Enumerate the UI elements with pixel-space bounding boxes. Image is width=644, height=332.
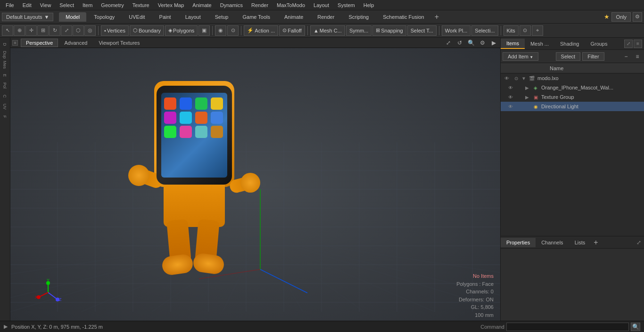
menu-dynamics[interactable]: Dynamics [216, 1, 247, 9]
sidebar-item-e[interactable]: E [0, 71, 9, 80]
add-tab-button[interactable]: + [432, 13, 442, 21]
tree-item-mesh[interactable]: 👁 ▶ ◈ Orange_IPhone_Mascot_Wal... [501, 83, 644, 92]
vp-tab-textures[interactable]: Viewport Textures [93, 39, 145, 47]
vr-icon[interactable]: ⊙ [520, 25, 531, 36]
scale-icon[interactable]: ⤢ [61, 25, 72, 36]
viewport-menu-icon[interactable]: ≡ [12, 40, 18, 46]
tab-channels[interactable]: Channels [536, 238, 569, 247]
tab-properties[interactable]: Properties [501, 238, 536, 247]
only-button[interactable]: Only [611, 12, 631, 22]
tab-schematic[interactable]: Schematic Fusion [376, 12, 430, 22]
expand-icon[interactable]: ▶ [525, 95, 532, 100]
expand-icon[interactable]: ▶ [525, 85, 532, 90]
vis2-icon[interactable] [516, 93, 524, 101]
element-icon[interactable]: ⬡ [73, 25, 84, 36]
menu-item[interactable]: Item [79, 1, 96, 9]
action-button[interactable]: ⚡ Action ... [244, 25, 278, 36]
items-settings-icon[interactable]: ≡ [633, 52, 642, 61]
snapping-button[interactable]: ⊞ Snapping [372, 25, 406, 36]
polygons-button[interactable]: ◈ Polygons [165, 25, 198, 36]
menu-view[interactable]: View [36, 1, 55, 9]
select-tool-icon[interactable]: ↖ [2, 25, 13, 36]
vis-icon[interactable]: 👁 [506, 93, 515, 101]
sidebar-item-pol[interactable]: Pol [0, 81, 9, 90]
maximize-icon[interactable]: ⤢ [444, 39, 453, 47]
vis2-icon[interactable]: ⊙ [512, 74, 520, 82]
position-icon[interactable]: ✛ [25, 25, 37, 36]
viewport-canvas[interactable]: Z Y X No Items Polygons : Face Channels:… [10, 48, 500, 321]
tab-groups[interactable]: Groups [585, 39, 613, 49]
dot-icon[interactable]: ⊙ [227, 25, 239, 36]
select-button[interactable]: Select [556, 52, 581, 61]
status-arrow[interactable]: ▶ [4, 324, 8, 330]
command-search-button[interactable]: 🔍 [631, 323, 640, 331]
layout-selector[interactable]: Default Layouts ▼ [2, 13, 53, 21]
sidebar-item-dup[interactable]: Dup [0, 50, 9, 59]
menu-file[interactable]: File [2, 1, 18, 9]
add-props-tab[interactable]: + [591, 238, 601, 247]
menu-select[interactable]: Select [56, 1, 78, 9]
tab-shading[interactable]: Shading [554, 39, 585, 49]
expand-icon[interactable]: ▼ [521, 76, 528, 81]
command-input[interactable] [506, 323, 629, 331]
world-icon[interactable]: ⊕ [14, 25, 25, 36]
symmetry-button[interactable]: Symm... [346, 25, 372, 36]
panel-settings-icon[interactable]: ≡ [634, 40, 642, 48]
headset-icon[interactable]: ⌖ [532, 25, 543, 36]
items-list[interactable]: 👁 ⊙ ▼ 🎬 modo.lxo 👁 ▶ ◈ Orange_IPhone_Mas… [501, 73, 644, 236]
menu-render[interactable]: Render [248, 1, 272, 9]
falloff-button[interactable]: ⊙ Falloff [279, 25, 305, 36]
play-icon[interactable]: ▶ [489, 39, 498, 47]
tab-model[interactable]: Model [59, 12, 86, 22]
rotate-icon[interactable]: ↻ [49, 25, 60, 36]
sidebar-item-uv[interactable]: UV [0, 102, 9, 111]
panel-expand-icon[interactable]: ⤢ [624, 40, 633, 48]
tab-render[interactable]: Render [311, 12, 341, 22]
settings-icon[interactable]: ⚙ [478, 39, 487, 47]
vis-icon[interactable]: 👁 [506, 83, 515, 92]
kits-button[interactable]: Kits [504, 25, 519, 36]
tab-animate[interactable]: Animate [278, 12, 310, 22]
tree-item-light[interactable]: 👁 ◉ Directional Light [501, 102, 644, 111]
transform-icon[interactable]: ⊞ [37, 25, 49, 36]
mesh-button[interactable]: ▲ Mesh C... [310, 25, 345, 36]
selection-button[interactable]: Selecti... [471, 25, 498, 36]
tree-item-texture[interactable]: 👁 ▶ ▣ Texture Group [501, 92, 644, 102]
menu-layout[interactable]: Layout [310, 1, 333, 9]
items-minus-icon[interactable]: − [621, 52, 631, 61]
vis-icon[interactable]: 👁 [503, 74, 511, 82]
tab-lists[interactable]: Lists [569, 238, 591, 247]
menu-animate[interactable]: Animate [189, 1, 215, 9]
menu-geometry[interactable]: Geometry [97, 1, 127, 9]
menu-maxtomode[interactable]: MaxToModo [273, 1, 309, 9]
circle-icon[interactable]: ◉ [215, 25, 226, 36]
filter-button[interactable]: Filter [582, 52, 604, 61]
menu-vertex-map[interactable]: Vertex Map [154, 1, 188, 9]
vertices-button[interactable]: • Vertices [101, 25, 129, 36]
menu-texture[interactable]: Texture [129, 1, 153, 9]
vp-tab-perspective[interactable]: Perspective [21, 39, 58, 47]
menu-help[interactable]: Help [360, 1, 378, 9]
vis2-icon[interactable] [516, 83, 524, 92]
tab-items[interactable]: Items [501, 39, 525, 49]
tab-game-tools[interactable]: Game Tools [236, 12, 277, 22]
workplane-button[interactable]: Work Pl... [442, 25, 471, 36]
vp-tab-advanced[interactable]: Advanced [59, 39, 92, 47]
sidebar-item-c[interactable]: C [0, 91, 9, 101]
tab-mesh[interactable]: Mesh ... [525, 39, 554, 49]
square-icon[interactable]: ▣ [198, 25, 210, 36]
add-item-button[interactable]: Add Item [503, 52, 538, 61]
tab-uvedit[interactable]: UVEdit [122, 12, 151, 22]
select-tool-button[interactable]: Select T... [407, 25, 437, 36]
menu-edit[interactable]: Edit [19, 1, 35, 9]
refresh-icon[interactable]: ↺ [455, 39, 464, 47]
sidebar-item-f[interactable]: F [0, 112, 9, 121]
tab-scripting[interactable]: Scripting [342, 12, 375, 22]
search-icon[interactable]: 🔍 [466, 39, 476, 47]
settings-icon[interactable]: ⚙ [633, 12, 642, 22]
boundary-button[interactable]: ⬡ Boundary [130, 25, 164, 36]
tab-topology[interactable]: Topology [87, 12, 121, 22]
props-expand-icon[interactable]: ⤢ [634, 239, 644, 246]
vis-icon[interactable]: 👁 [506, 102, 515, 111]
sidebar-item-mesh[interactable]: Mes [0, 60, 9, 70]
